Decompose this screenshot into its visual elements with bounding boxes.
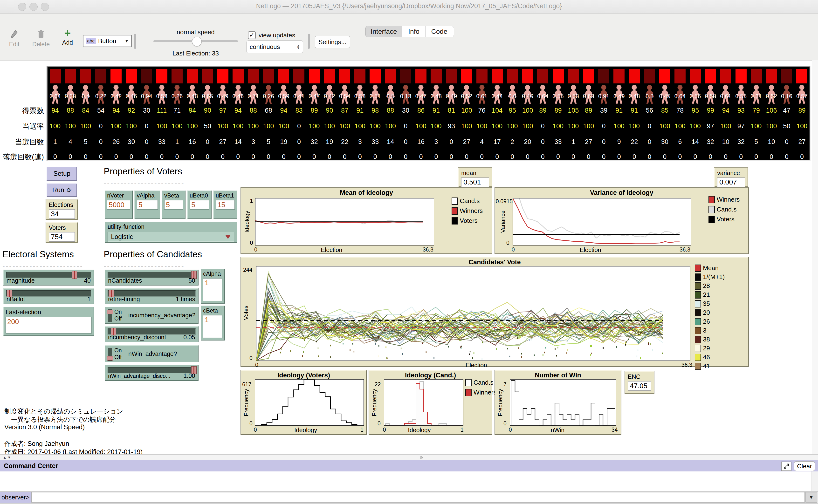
input-value[interactable]: 1	[203, 278, 222, 301]
run-button[interactable]: Run ⟳	[47, 183, 77, 197]
command-center-header: Command Center Clear	[0, 460, 818, 472]
x-axis-label: nWin	[551, 427, 564, 434]
candidate-ideology: 0.65	[200, 93, 215, 100]
slider-incumbency-discount[interactable]: incumbency_discount 0.05	[105, 326, 199, 342]
input-nvoter[interactable]: nVoter 5000	[105, 191, 133, 219]
tab-info[interactable]: Info	[402, 26, 426, 37]
speed-slider[interactable]	[153, 40, 238, 42]
switch-off-label: Off	[114, 315, 122, 322]
input-label: vAlpha	[135, 191, 160, 199]
legend-item: Winners	[452, 207, 483, 215]
candidate-win-count: 33	[154, 138, 169, 145]
input-last-election[interactable]: Last-election 200	[3, 307, 94, 336]
switch-knob[interactable]	[107, 310, 113, 314]
switch-nwin-advantage[interactable]: On Off nWin_advantage?	[105, 345, 199, 362]
vertical-scrollbar[interactable]	[812, 60, 818, 454]
patch-rect	[674, 69, 686, 83]
patch-rect	[385, 69, 396, 83]
check-icon: ✓	[248, 31, 256, 39]
input-ubeta1[interactable]: uBeta1 15	[213, 191, 237, 219]
slider-retire-timing[interactable]: retire-timing 1 times	[105, 288, 199, 304]
y-tick: 0	[250, 240, 253, 246]
widget-type-select[interactable]: abc Button ▼	[83, 35, 132, 47]
delete-button[interactable]: Delete	[31, 29, 51, 48]
candidate-win-count: 27	[794, 138, 810, 145]
switch-knob[interactable]	[107, 356, 113, 361]
input-valpha[interactable]: vAlpha 5	[134, 191, 160, 219]
switch-track[interactable]	[108, 348, 112, 361]
candidate-loss-count: 0	[307, 153, 322, 160]
input-value[interactable]: 5	[190, 200, 209, 210]
candidate-column: 0.718810030	[246, 67, 261, 160]
x-tick: 1	[360, 427, 364, 433]
input-value[interactable]: 1	[203, 315, 222, 338]
candidate-loss-count: 0	[78, 153, 93, 160]
input-cbeta[interactable]: cBeta 1	[201, 306, 225, 341]
update-mode-select[interactable]: continuous ▲▼	[247, 41, 303, 53]
x-axis-label: Ideology	[294, 427, 317, 434]
legend-item: 41	[695, 362, 725, 370]
patch-rect	[522, 69, 533, 83]
add-button[interactable]: + Add	[59, 28, 76, 46]
slider-label: nBallot	[7, 296, 25, 303]
setup-button[interactable]: Setup	[47, 167, 77, 181]
input-value[interactable]: 5000	[107, 200, 130, 210]
input-value[interactable]: 200	[6, 317, 92, 334]
candidate-ideology: 0.42	[322, 93, 337, 100]
chooser-utility-function[interactable]: utility-function Logistic	[105, 222, 237, 243]
candidate-ideology: 0.61	[718, 93, 733, 100]
export-button[interactable]	[781, 462, 791, 471]
slider-track[interactable]	[108, 367, 196, 373]
tab-code[interactable]: Code	[426, 26, 453, 37]
candidate-votes: 100	[459, 107, 474, 114]
chooser-field[interactable]: Logistic	[108, 232, 234, 242]
candidate-column: 0.4394100160	[185, 67, 200, 160]
splitter-handle[interactable]	[420, 456, 423, 459]
slider-value: 0.05	[183, 334, 195, 341]
candidate-column: 0.52100100270	[459, 67, 474, 160]
slider-nballot[interactable]: nBallot 1	[3, 288, 94, 304]
input-vbeta[interactable]: vBeta 5	[162, 191, 186, 219]
world-view[interactable]: 0.6494100100.3888100400.484100500.225400…	[47, 66, 811, 161]
candidate-column: 0.856000	[642, 67, 657, 160]
slider-handle[interactable]	[72, 271, 77, 279]
patch-rect	[568, 69, 579, 83]
input-calpha[interactable]: cAlpha 1	[201, 269, 225, 304]
slider-nwin-advantage-discount[interactable]: nWin_advantage_disco... 1.00	[105, 365, 199, 381]
view-updates-label: view updates	[259, 32, 295, 39]
legend-item: 35	[695, 300, 725, 307]
patch-rect	[781, 69, 792, 83]
settings-button[interactable]: Settings...	[315, 36, 350, 48]
x-tick: 34	[612, 427, 618, 433]
candidate-win-count: 0	[398, 138, 413, 145]
switch-label: incumbency_advantage?	[128, 312, 195, 319]
command-input[interactable]	[31, 492, 805, 503]
clear-button[interactable]: Clear	[794, 461, 815, 471]
input-ubeta0[interactable]: uBeta0 5	[187, 191, 212, 219]
legend-label: 46	[703, 354, 710, 361]
switch-incumbency-advantage[interactable]: On Off incumbency_advantage?	[105, 307, 199, 324]
output-scrollbar[interactable]	[811, 471, 818, 491]
candidate-ideology: 0.8	[642, 93, 657, 100]
view-updates-checkbox[interactable]: ✓ view updates	[248, 31, 295, 39]
input-value[interactable]: 5	[137, 200, 158, 210]
legend-label: Voters	[460, 217, 478, 225]
edit-button[interactable]: Edit	[6, 29, 23, 48]
candidate-win-rate: 97	[733, 123, 749, 130]
scroll-arrows-icon[interactable]: ▲▼	[3, 455, 12, 459]
input-value[interactable]: 15	[216, 200, 235, 210]
pane-splitter[interactable]: ▲▼	[0, 454, 818, 461]
slider-magnitude[interactable]: magnitude 40	[3, 270, 94, 286]
legend-label: Cand.s	[460, 197, 480, 205]
speed-slider-knob[interactable]	[192, 37, 202, 46]
chevron-down-icon: ▼	[124, 39, 129, 44]
input-value[interactable]: 5	[164, 200, 183, 210]
switch-track[interactable]	[108, 309, 112, 322]
candidate-column: 0.1330000	[398, 67, 413, 160]
candidate-votes: 90	[322, 107, 337, 114]
tab-interface[interactable]: Interface	[366, 26, 402, 37]
slider-ncandidates[interactable]: nCandidates 50	[105, 270, 199, 286]
candidate-votes: 95	[688, 107, 703, 114]
history-dropdown-button[interactable]: ▼	[805, 492, 817, 503]
candidate-win-rate: 100	[749, 123, 764, 130]
